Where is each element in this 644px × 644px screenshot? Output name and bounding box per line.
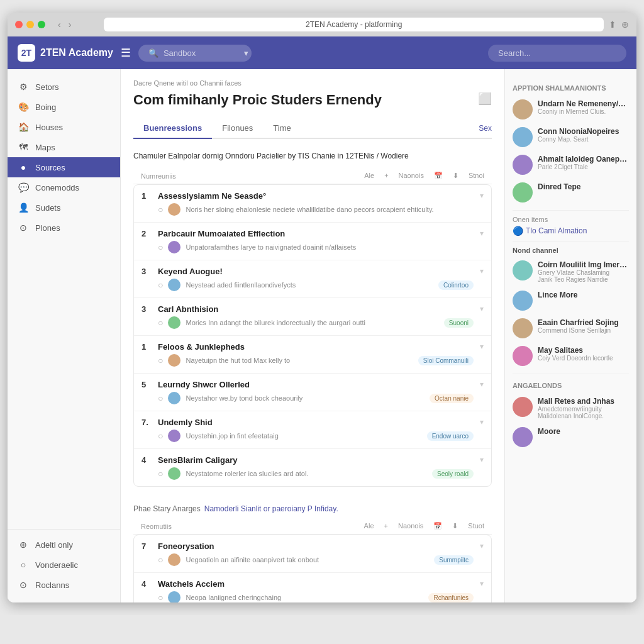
- tab-buenreessions[interactable]: Buenreessions: [133, 118, 212, 139]
- task-desc: Uoystehin.jop in fint efeetataig: [186, 432, 421, 440]
- task-tag: Colinrtoo: [438, 280, 474, 290]
- chevron-icon: ▾: [480, 541, 484, 550]
- panel-person-sub2: Janik Teo Ragies Narrdie: [538, 276, 629, 283]
- panel-person-sub: Gnery Vlatae Chaslaming: [538, 269, 629, 276]
- panel-person-sub: Cornmend ISone Senllajin: [538, 327, 629, 334]
- nav-arrows: ‹ ›: [55, 18, 74, 31]
- task-desc: Morics Inn adangt the bilurek indorectua…: [186, 319, 438, 326]
- sidebar-item-conemodds[interactable]: 💬 Conemodds: [8, 177, 120, 197]
- url-bar[interactable]: 2TEN Academy - platforming: [104, 18, 604, 31]
- panel-section2-title: Angaelonds: [513, 382, 629, 389]
- col2-download: ⬇: [452, 522, 458, 530]
- tab-action[interactable]: Sex: [479, 124, 492, 133]
- search-bar[interactable]: 🔍 ▾: [138, 45, 252, 62]
- sidebar-item-sources[interactable]: ● Sources: [8, 157, 120, 177]
- sidebar-item-houses[interactable]: 🏠 Houses: [8, 117, 120, 137]
- sidebar-item-plones[interactable]: ⊙ Plones: [8, 218, 120, 238]
- roclanns-icon: ⊙: [18, 580, 29, 590]
- task-sub: ○ Nayetuipn the hut tod Max kelly to Slo…: [158, 354, 474, 367]
- close-button[interactable]: [15, 21, 23, 28]
- col-add[interactable]: +: [384, 172, 388, 180]
- task-section-1: 1 Assesslysiamm Ne Seasde° ○ Noris her s…: [133, 184, 492, 487]
- maximize-button[interactable]: [38, 21, 45, 28]
- panel-item-info: Moore: [538, 427, 629, 436]
- open-link[interactable]: 🔵 Tlo Cami Almation: [513, 226, 629, 236]
- global-search-input[interactable]: [488, 45, 626, 62]
- forward-button[interactable]: ›: [66, 18, 74, 31]
- panel-item: Mall Retes and Jnhas Amedctornemvriingui…: [513, 394, 629, 422]
- sidebar-item-roclanns[interactable]: ⊙ Roclanns: [8, 575, 120, 595]
- sidebar-label-maps: Maps: [35, 143, 55, 152]
- check-icon: ○: [158, 242, 163, 252]
- task-title: Assesslysiamm Ne Seasde°: [158, 191, 474, 201]
- task-num: 3: [142, 267, 152, 276]
- right-panel: Apption shalmaanionts Undarn Ne Remeneny…: [504, 69, 636, 602]
- task-desc: Noris her sloing ehalonlesie neciete wha…: [186, 206, 474, 213]
- tab-time[interactable]: Time: [263, 118, 301, 139]
- task-tag: Octan nanie: [430, 394, 474, 403]
- chevron-icon: ▾: [480, 191, 484, 200]
- sidebar-item-sudets[interactable]: 👤 Sudets: [8, 197, 120, 218]
- sidebar-item-setors[interactable]: ⚙ Setors: [8, 77, 120, 97]
- task-desc: Neystatome rolerler ica sluciies ard ato…: [186, 470, 427, 477]
- search-input[interactable]: [164, 48, 239, 58]
- tab-filonues[interactable]: Filonues: [212, 118, 263, 139]
- task-row: 4 SensBlarim Caligary ○ Neystatome roler…: [134, 449, 491, 486]
- task-desc: Uegoatioln an aifinite oaanpivert tak on…: [186, 556, 429, 564]
- sidebar-item-vonderaelic[interactable]: ○ Vonderaelic: [8, 555, 120, 575]
- menu-button[interactable]: ☰: [121, 46, 131, 60]
- divider: [513, 210, 629, 211]
- minimize-button[interactable]: [26, 21, 34, 28]
- task-row: 3 Carl Abnthision ○ Morics Inn adangt th…: [134, 298, 491, 336]
- task-tag: Endow uarco: [427, 431, 474, 441]
- col-ale: Ale: [364, 172, 374, 180]
- expand-icon[interactable]: ⬜: [478, 92, 492, 106]
- plones-icon: ⊙: [18, 223, 29, 233]
- panel-item-info: Conn NlooniaNopeires Conny Map. Seart: [538, 127, 629, 143]
- col2-add[interactable]: +: [384, 522, 388, 530]
- task-sub: ○ Neystahor we.by tond bock cheaourily O…: [158, 392, 474, 404]
- task-num: 2: [142, 229, 152, 238]
- avatar: [513, 155, 533, 175]
- panel-person-name: Lince More: [538, 291, 629, 299]
- task-row: 4 Watchels Acciem ○ Neopa Ianiigned cher…: [134, 573, 491, 602]
- avatar: [513, 346, 533, 366]
- task-title: SensBlarim Caligary: [158, 455, 474, 465]
- sidebar-label-plones: Plones: [35, 223, 60, 233]
- panel-person-name: May Salitaes: [538, 346, 629, 355]
- chevron-icon: ▾: [480, 342, 484, 351]
- avatar: [168, 430, 180, 442]
- sidebar-item-boing[interactable]: 🎨 Boing: [8, 97, 120, 117]
- back-button[interactable]: ‹: [55, 18, 64, 31]
- browser-actions: ⬆ ⊕: [609, 19, 629, 30]
- sidebar-item-maps[interactable]: 🗺 Maps: [8, 137, 120, 157]
- panel-person-name: Mall Retes and Jnhas: [538, 397, 629, 406]
- task-row: 1 Assesslysiamm Ne Seasde° ○ Noris her s…: [134, 185, 491, 223]
- task-sub: ○ Unpatorafamthes larye to naivignated d…: [158, 241, 474, 253]
- avatar: [513, 427, 533, 447]
- brand: 2T 2TEN Academy: [18, 44, 113, 62]
- task-content: SensBlarim Caligary ○ Neystatome rolerle…: [158, 455, 474, 480]
- task-title: Watchels Acciem: [158, 579, 474, 589]
- avatar: [168, 354, 180, 367]
- panel-person-sub: Coiy Verd Doeordn lecortle: [538, 355, 629, 362]
- avatar: [513, 318, 533, 338]
- col-calendar: 📅: [434, 172, 443, 180]
- share-icon[interactable]: ⬆: [609, 19, 616, 30]
- top-nav-right: [488, 45, 626, 62]
- task-num: 4: [142, 455, 152, 465]
- col2-stuot: Stuot: [468, 522, 484, 530]
- col-stnoi: Stnoi: [469, 172, 484, 180]
- task-title: Keyend Auogue!: [158, 267, 474, 276]
- sidebar-label-houses: Houses: [35, 123, 63, 132]
- chevron-down-icon: ▾: [244, 48, 248, 58]
- check-icon: ○: [158, 431, 163, 441]
- new-tab-icon[interactable]: ⊕: [621, 19, 629, 30]
- panel-item: Coirn Moulilit Img Imerved Gnery Vlatae …: [513, 258, 629, 286]
- avatar: [168, 553, 180, 566]
- sidebar-item-adeltlonly[interactable]: ⊕ Adeltl only: [8, 535, 120, 555]
- section2-link[interactable]: Namoderli Sianlit or paeroiany P Infiday…: [204, 504, 338, 513]
- sidebar-label-setors: Setors: [35, 82, 59, 92]
- task-content: Carl Abnthision ○ Morics Inn adangt the …: [158, 304, 474, 329]
- panel-person-sub: Cooniy in Mlerned Cluis.: [538, 108, 629, 115]
